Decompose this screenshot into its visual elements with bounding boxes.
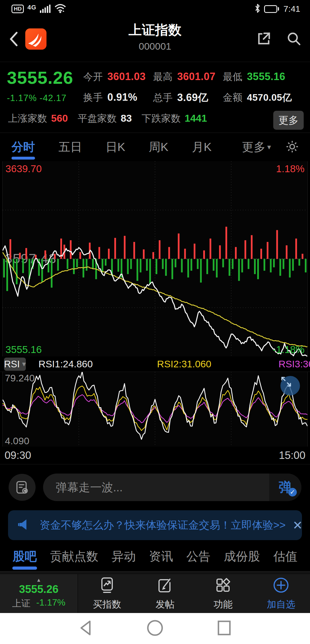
section-divider (0, 571, 310, 574)
time-end: 15:00 (279, 449, 305, 461)
content-tab-bar: 股吧 贡献点数 异动 资讯 公告 成份股 估值 (0, 542, 310, 571)
time-start: 09:30 (5, 449, 31, 461)
bottom-index-name: 上证 (12, 597, 30, 610)
collapse-triangle-icon[interactable]: ▲ (36, 577, 41, 583)
unchanged: 平盘家数83 (78, 112, 132, 125)
bluetooth-icon (254, 3, 261, 14)
bottom-price: 3555.26 (19, 583, 58, 595)
back-button[interactable] (9, 30, 20, 48)
buy-index-icon (98, 576, 116, 595)
stat-amount: 金额4570.05亿 (223, 91, 303, 104)
chart-settings-gear-icon[interactable] (285, 139, 300, 155)
stat-low: 最低3555.16 (223, 70, 303, 84)
bottom-change-pct: -1.17% (36, 597, 65, 610)
network-4g-label: 4G (27, 4, 36, 11)
tab-points[interactable]: 贡献点数 (50, 546, 98, 567)
clock-time: 7:41 (284, 4, 300, 14)
rsi3-value: RSI3:36.230 (278, 358, 310, 370)
banner-text[interactable]: 资金不够怎么办？快来体验保证金交易！立即体验>> (40, 518, 286, 532)
battery-icon (264, 5, 279, 13)
period-tab-bar: 分时 五日 日K 周K 月K 更多▾ (0, 133, 310, 161)
index-summary-cell[interactable]: ▲ 3555.26 上证-1.17% (0, 574, 78, 613)
expand-chart-button[interactable] (280, 376, 300, 395)
promo-banner[interactable]: 资金不够怎么办？快来体验保证金交易！立即体验>> ✕ (8, 510, 302, 540)
last-price: 3555.26 (7, 67, 83, 89)
add-plus-icon (272, 576, 290, 595)
more-stats-button[interactable]: 更多 (273, 111, 304, 130)
rsi-chart[interactable]: 79.240 4.090 (2, 372, 308, 447)
tab-monthly-k[interactable]: 月K (191, 135, 213, 159)
nav-home-button[interactable] (146, 619, 164, 638)
post-button[interactable]: 发帖 (136, 574, 194, 613)
intraday-chart[interactable]: 3597.43 3639.70 1.18% 3555.16 -1.18% (2, 161, 308, 356)
title-bar: 上证指数 000001 (0, 16, 310, 62)
functions-button[interactable]: 功能 (194, 574, 252, 613)
tab-minute[interactable]: 分时 (10, 135, 36, 159)
tab-5day[interactable]: 五日 (57, 135, 83, 159)
danmu-input[interactable] (43, 481, 269, 494)
hd-badge: HD (11, 5, 24, 13)
tab-guba[interactable]: 股吧 (13, 546, 37, 567)
stat-volume: 总手3.69亿 (153, 91, 223, 105)
post-edit-icon (156, 576, 174, 595)
quote-panel: 3555.26 -1.17% -42.17 今开3601.03 最高3601.0… (0, 62, 310, 133)
tab-announcements[interactable]: 公告 (186, 546, 210, 567)
chart-low-label: 3555.16 (5, 344, 42, 355)
buy-index-button[interactable]: 买指数 (78, 574, 136, 613)
chart-high-pct-label: 1.18% (276, 163, 305, 174)
wifi-icon (54, 3, 67, 15)
comment-settings-button[interactable] (9, 474, 36, 501)
rsi1-value: RSI1:24.860 (38, 358, 93, 370)
nav-recents-button[interactable] (216, 619, 232, 638)
tab-weekly-k[interactable]: 周K (148, 135, 169, 159)
indicator-header: RSI▾ RSI1:24.860 RSI2:31.060 RSI3:36.230 (0, 356, 310, 372)
market-breadth-row: 上涨家数560 平盘家数83 下跌家数1441 (7, 112, 303, 125)
indicator-selector[interactable]: RSI▾ (4, 358, 26, 371)
tab-news[interactable]: 资讯 (149, 546, 173, 567)
advancers: 上涨家数560 (8, 112, 68, 125)
rsi-min-label: 4.090 (5, 435, 29, 447)
tab-movement[interactable]: 异动 (112, 546, 136, 567)
danmu-input-pill: 弹 ✓ (43, 474, 301, 501)
add-watchlist-button[interactable]: 加自选 (252, 574, 310, 613)
tab-more[interactable]: 更多▾ (242, 139, 271, 155)
signal-strength-icon (40, 5, 51, 13)
stat-high: 最高3601.07 (153, 70, 223, 84)
danmu-toggle-button[interactable]: 弹 ✓ (269, 474, 301, 501)
bottom-action-bar: ▲ 3555.26 上证-1.17% 买指数 (0, 574, 310, 613)
decliners: 下跌家数1441 (142, 112, 207, 125)
price-change: -1.17% -42.17 (7, 93, 83, 103)
rsi-max-label: 79.240 (5, 373, 35, 384)
app-logo[interactable] (25, 28, 46, 50)
search-icon[interactable] (286, 31, 301, 47)
tab-valuation[interactable]: 估值 (273, 546, 297, 567)
banner-close-icon[interactable]: ✕ (286, 518, 304, 532)
chart-high-label: 3639.70 (5, 163, 42, 174)
time-axis: 09:30 15:00 (0, 447, 310, 464)
functions-grid-icon (214, 576, 232, 595)
comment-bar: 弹 ✓ (0, 464, 310, 510)
tab-constituents[interactable]: 成份股 (224, 546, 260, 567)
chart-low-pct-label: -1.18% (273, 344, 305, 355)
speaker-icon (18, 518, 32, 532)
tab-daily-k[interactable]: 日K (104, 135, 126, 159)
android-nav-bar (0, 613, 310, 644)
rsi2-value: RSI2:31.060 (157, 358, 211, 370)
nav-back-button[interactable] (78, 619, 94, 638)
status-bar: HD 4G (0, 0, 310, 16)
stat-turnover: 换手0.91% (83, 91, 153, 104)
share-icon[interactable] (255, 30, 272, 48)
danmu-check-badge: ✓ (288, 488, 297, 496)
app-screen: HD 4G (0, 0, 310, 644)
stat-open: 今开3601.03 (83, 70, 153, 84)
